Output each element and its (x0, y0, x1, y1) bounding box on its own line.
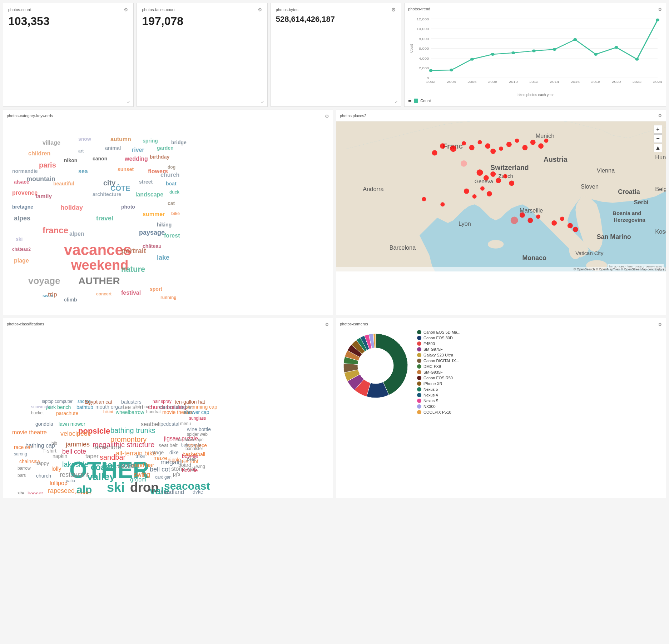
word-item[interactable]: alpen (69, 231, 84, 237)
word-item[interactable]: château (143, 243, 162, 249)
classification-word[interactable]: church (36, 473, 51, 479)
word-item[interactable]: mountain (26, 175, 55, 183)
classification-word[interactable]: bow tie (182, 468, 198, 473)
classification-word[interactable]: castle (118, 462, 134, 470)
map-zoom-out[interactable]: − (654, 134, 662, 143)
word-item[interactable]: weekend (71, 258, 129, 273)
word-item[interactable]: trip (48, 291, 57, 298)
photos-bytes-gear[interactable]: ⚙ (391, 7, 396, 13)
classification-word[interactable]: headland (160, 489, 184, 494)
classification-word[interactable]: seatbelt (141, 421, 161, 428)
classification-word[interactable]: wheelbarrow (116, 409, 144, 415)
classification-word[interactable]: napkin (53, 453, 67, 459)
word-item[interactable]: art (78, 149, 84, 154)
classification-word[interactable]: pedestal (160, 421, 179, 427)
word-item[interactable]: paris (39, 161, 56, 169)
word-item[interactable]: landscape (135, 191, 163, 198)
classification-word[interactable]: sarong (14, 451, 27, 456)
word-item[interactable]: bike (171, 211, 180, 216)
classification-word[interactable]: bib (51, 441, 57, 446)
classification-word[interactable]: shower cap (184, 409, 209, 415)
word-item[interactable]: sea (78, 168, 88, 175)
word-item[interactable]: lake (157, 254, 169, 261)
classification-word[interactable]: handrail (146, 409, 162, 414)
word-item[interactable]: spring (143, 138, 158, 144)
classification-word[interactable]: jammies (66, 441, 90, 448)
classification-word[interactable]: balustrade (181, 443, 201, 448)
classification-word[interactable]: dyke (193, 489, 203, 494)
word-item[interactable]: france (43, 225, 68, 235)
word-item[interactable]: ski (16, 236, 23, 242)
word-item[interactable]: family (35, 193, 52, 200)
classification-word[interactable]: restaurant (60, 471, 89, 479)
classification-word[interactable]: site (18, 491, 24, 494)
classification-word[interactable]: nappy (35, 460, 49, 466)
classification-word[interactable]: rapeseed (48, 487, 75, 494)
classification-word[interactable]: wine bottle (187, 426, 211, 432)
classification-word[interactable]: race car (14, 444, 32, 450)
classification-word[interactable]: lakeside (62, 460, 88, 469)
word-item[interactable]: forest (164, 233, 180, 239)
classification-word[interactable]: cardigan (155, 475, 172, 480)
word-item[interactable]: provence (12, 190, 38, 196)
word-item[interactable]: beautiful (53, 181, 74, 186)
word-item[interactable]: dog (168, 165, 175, 170)
word-item[interactable]: alsace (14, 179, 29, 185)
classification-word[interactable]: laptop computer (42, 399, 73, 404)
word-item[interactable]: children (28, 150, 50, 157)
classification-word[interactable]: bathtub (76, 404, 93, 410)
classification-word[interactable]: valley (87, 471, 115, 483)
classification-word[interactable]: wing (196, 464, 205, 469)
word-item[interactable]: snow (78, 136, 91, 142)
word-item[interactable]: village (43, 140, 60, 146)
word-item[interactable]: cat (168, 200, 175, 206)
photos-count-gear[interactable]: ⚙ (124, 7, 128, 13)
word-item[interactable]: running (160, 295, 177, 300)
word-item[interactable]: AUTHER (78, 275, 120, 287)
classification-word[interactable]: Egyptian cat (85, 399, 112, 405)
word-item[interactable]: sport (150, 286, 162, 292)
classification-word[interactable]: mouth organ (95, 404, 124, 410)
word-item[interactable]: river (132, 147, 144, 153)
classification-word[interactable]: movie theatre (12, 429, 47, 436)
classification-word[interactable]: bow-tie (182, 453, 198, 459)
classification-word[interactable]: bikini (103, 409, 113, 414)
word-item[interactable]: boat (166, 181, 177, 186)
classification-word[interactable]: promontory (110, 435, 147, 444)
classification-word[interactable]: barrow (18, 466, 31, 471)
classification-word[interactable]: velocipede (60, 430, 91, 438)
classification-word[interactable]: groom (130, 476, 146, 483)
classification-word[interactable]: hair spray (153, 399, 172, 404)
word-item[interactable]: concert (96, 291, 112, 296)
classification-word[interactable]: T-shirt (43, 448, 56, 454)
classification-word[interactable]: sunglass (189, 416, 206, 421)
classification-word[interactable]: bars (18, 473, 26, 478)
map-reset[interactable]: ▲ (654, 144, 662, 152)
classification-word[interactable]: ten-gallon hat (175, 399, 205, 405)
word-item[interactable]: nikon (64, 158, 77, 163)
word-item[interactable]: hiking (157, 222, 172, 228)
word-item[interactable]: sunset (118, 166, 134, 172)
word-item[interactable]: duck (169, 190, 179, 195)
word-item[interactable]: street (139, 179, 153, 185)
classification-word[interactable]: board (178, 462, 191, 468)
word-item[interactable]: wedding (125, 156, 148, 162)
word-item[interactable]: church (160, 172, 179, 178)
classification-word[interactable]: bucket (31, 410, 44, 415)
word-item[interactable]: alpes (14, 215, 30, 222)
classification-word[interactable]: lawn mower (59, 421, 85, 427)
classification-word[interactable]: sandbar (100, 453, 125, 461)
word-item[interactable]: holiday (60, 204, 83, 211)
word-item[interactable]: paysage (139, 229, 165, 236)
classification-word[interactable]: nipple (168, 457, 181, 463)
classification-word[interactable]: parachute (56, 410, 78, 416)
word-item[interactable]: nature (121, 265, 145, 274)
wordcloud-gear[interactable]: ⚙ (325, 114, 329, 119)
classification-word[interactable]: trike (135, 453, 145, 459)
photos-faces-gear[interactable]: ⚙ (258, 7, 262, 13)
classification-word[interactable]: candle (75, 491, 91, 494)
map-zoom-in[interactable]: + (654, 125, 662, 134)
cameras-gear[interactable]: ⚙ (658, 322, 662, 327)
classification-word[interactable]: lakeshore (93, 444, 121, 451)
classification-word[interactable]: taper (85, 453, 98, 460)
